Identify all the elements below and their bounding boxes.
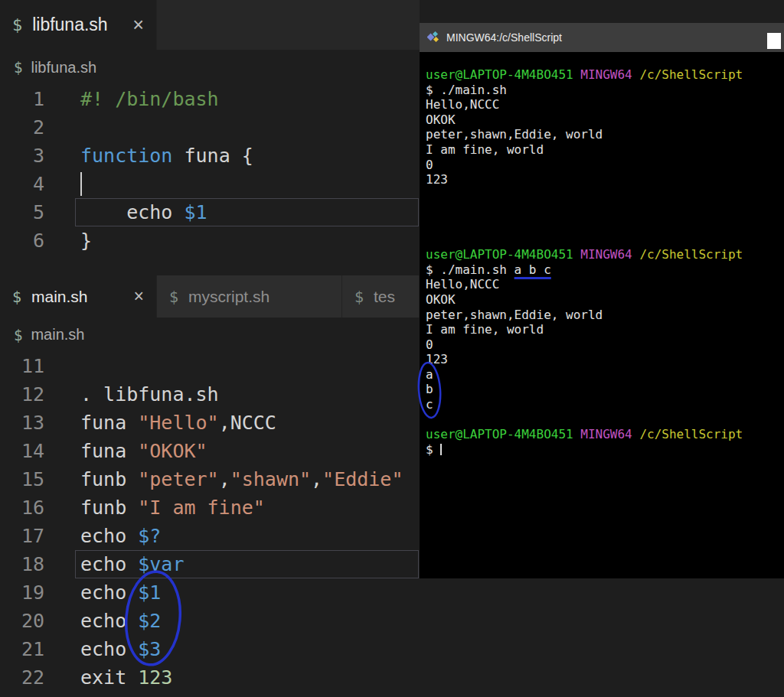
terminal-output[interactable]: user@LAPTOP-4M4BO451 MINGW64 /c/ShellScr…	[420, 52, 784, 457]
terminal-line: 123	[426, 172, 784, 187]
terminal-text-segment: user@LAPTOP-4M4BO451	[426, 427, 573, 441]
terminal-text-segment: I am fine, world	[426, 322, 544, 337]
code-line-13[interactable]: 13funa "Hello",NCCC	[0, 409, 420, 437]
breadcrumb-main[interactable]: $ main.sh	[0, 318, 420, 352]
terminal-text-segment: /c/ShellScript	[639, 247, 743, 262]
code-line-17[interactable]: 17echo $?	[0, 522, 420, 550]
close-tab-icon[interactable]: ×	[132, 14, 144, 36]
tabbar-top: $ libfuna.sh ×	[0, 0, 420, 50]
terminal-text-segment: OKOK	[426, 112, 456, 127]
code-token: . libfuna.sh	[80, 383, 219, 405]
shellscript-file-icon: $	[14, 59, 22, 76]
terminal-text-segment: 0	[426, 158, 433, 172]
terminal-line	[426, 202, 784, 217]
terminal-text-segment: MINGW64	[580, 67, 632, 82]
terminal-line	[426, 217, 784, 233]
code-token: }	[80, 230, 92, 252]
code-text: #! /bin/bash	[44, 85, 420, 113]
code-text: echo $?	[44, 522, 420, 550]
window-controls[interactable]	[767, 33, 781, 49]
code-line-1[interactable]: 1#! /bin/bash	[0, 85, 420, 113]
terminal-line: $ ./main.sh	[426, 83, 784, 98]
terminal-line: OKOK	[426, 292, 784, 308]
line-number: 21	[0, 635, 44, 663]
code-area-main[interactable]: 1112. libfuna.sh13funa "Hello",NCCC14fun…	[0, 352, 420, 692]
terminal-line: a	[426, 367, 784, 383]
line-number: 5	[0, 198, 44, 226]
terminal-line: $	[426, 442, 784, 458]
tab-libfuna[interactable]: $ libfuna.sh ×	[0, 0, 157, 50]
code-line-22[interactable]: 22exit 123	[0, 663, 420, 692]
code-token: #! /bin/bash	[80, 88, 219, 110]
code-token: exit	[80, 666, 138, 689]
terminal-text-segment: 0	[426, 337, 433, 352]
code-line-19[interactable]: 19echo $1	[0, 578, 420, 607]
close-tab-icon[interactable]: ×	[134, 286, 145, 307]
code-token: funa {	[172, 145, 253, 167]
terminal-text-segment: c	[426, 397, 433, 412]
shellscript-file-icon: $	[12, 288, 21, 306]
terminal-line: Hello,NCCC	[426, 97, 784, 112]
tab-myscript[interactable]: $ myscript.sh	[157, 275, 342, 318]
code-token: $var	[138, 553, 184, 575]
code-token: echo	[80, 201, 184, 223]
terminal-text-segment: 123	[426, 352, 448, 366]
line-number: 3	[0, 142, 44, 170]
code-token: $?	[138, 525, 161, 547]
code-line-18[interactable]: 18echo $var	[0, 550, 420, 578]
terminal-text-segment: OKOK	[426, 292, 456, 307]
shellscript-file-icon: $	[14, 327, 22, 344]
terminal-text-segment: Hello,NCCC	[426, 97, 499, 112]
code-line-11[interactable]: 11	[0, 352, 420, 380]
terminal-text-segment: /c/ShellScript	[639, 67, 743, 82]
code-line-3[interactable]: 3function funa {	[0, 142, 420, 170]
breadcrumb-libfuna[interactable]: $ libfuna.sh	[0, 50, 420, 85]
code-line-5[interactable]: 5 echo $1	[0, 198, 420, 226]
code-line-6[interactable]: 6}	[0, 226, 420, 255]
line-number: 6	[0, 226, 44, 255]
code-token: function	[80, 145, 172, 167]
code-text: echo $var	[44, 550, 420, 578]
tabbar-bottom: $ main.sh × $ myscript.sh $ tes	[0, 275, 420, 318]
terminal-text-segment: Hello,NCCC	[426, 277, 499, 292]
terminal-text-segment	[573, 67, 581, 82]
shellscript-file-icon: $	[354, 288, 364, 306]
terminal-titlebar[interactable]: MINGW64:/c/ShellScript	[420, 23, 784, 52]
terminal-text-segment: $	[426, 442, 440, 457]
code-line-21[interactable]: 21echo $3	[0, 635, 420, 663]
editor-group-bottom: $ main.sh × $ myscript.sh $ tes $ main.s…	[0, 275, 420, 697]
terminal-line: peter,shawn,Eddie, world	[426, 127, 784, 142]
terminal-text-segment: /c/ShellScript	[639, 427, 743, 441]
code-text: funb "I am fine"	[44, 493, 420, 522]
code-text: exit 123	[44, 663, 420, 692]
code-line-2[interactable]: 2	[0, 113, 420, 142]
tab-label: myscript.sh	[188, 288, 270, 306]
terminal-prompt-line: user@LAPTOP-4M4BO451 MINGW64 /c/ShellScr…	[426, 247, 784, 262]
terminal-text-segment	[573, 427, 581, 441]
editor-group-top: $ libfuna.sh × $ libfuna.sh 1#! /bin/bas…	[0, 0, 420, 275]
code-token: ,	[219, 468, 230, 490]
tab-test[interactable]: $ tes	[342, 275, 420, 318]
code-line-12[interactable]: 12. libfuna.sh	[0, 380, 420, 409]
code-token: echo	[80, 581, 138, 604]
terminal-text-segment: peter,shawn,Eddie, world	[426, 127, 603, 142]
code-area-libfuna[interactable]: 1#! /bin/bash23function funa {45 echo $1…	[0, 85, 420, 255]
shellscript-file-icon: $	[169, 288, 178, 306]
mingw-icon	[427, 31, 439, 44]
code-line-14[interactable]: 14funa "OKOK"	[0, 437, 420, 465]
line-number: 1	[0, 85, 44, 113]
terminal-text-segment	[632, 247, 640, 262]
code-line-15[interactable]: 15funb "peter","shawn","Eddie"	[0, 465, 420, 493]
terminal-cursor	[440, 444, 442, 455]
terminal-text-segment: user@LAPTOP-4M4BO451	[426, 67, 573, 82]
code-text: echo $1	[44, 198, 420, 226]
code-line-20[interactable]: 20echo $2	[0, 607, 420, 635]
tab-main[interactable]: $ main.sh ×	[0, 275, 157, 318]
code-line-4[interactable]: 4	[0, 170, 420, 198]
terminal-text-segment: $ ./main.sh	[426, 262, 514, 277]
text-cursor	[80, 172, 82, 196]
line-number: 17	[0, 522, 44, 550]
terminal-line: peter,shawn,Eddie, world	[426, 308, 784, 323]
code-token: funa	[80, 412, 138, 434]
code-line-16[interactable]: 16funb "I am fine"	[0, 493, 420, 522]
